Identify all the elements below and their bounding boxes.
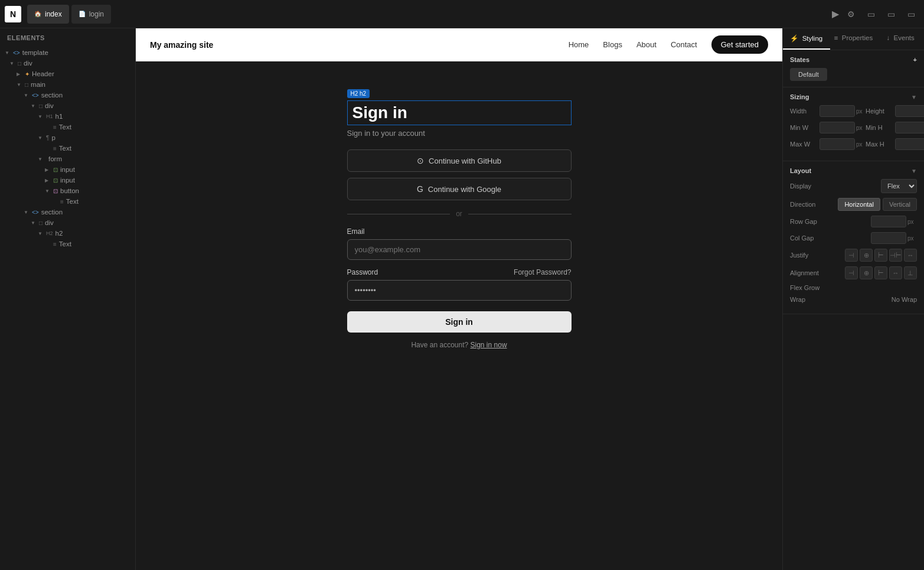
max-h-input[interactable]	[895, 138, 924, 150]
settings-button[interactable]: ⚙	[843, 6, 859, 22]
tree-label: div	[45, 219, 54, 226]
justify-stretch[interactable]: ↔	[904, 249, 917, 262]
page-icon: 📄	[79, 11, 86, 17]
nav-contact[interactable]: Contact	[671, 40, 697, 49]
heading-badge: H2 h2	[347, 89, 370, 98]
justify-between[interactable]: ⊣⊢	[889, 249, 902, 262]
tree-arrow: ▼	[17, 82, 22, 87]
tree-item-header[interactable]: ▶ ✦ Header	[0, 69, 135, 79]
width-label: Width	[790, 108, 819, 115]
states-header[interactable]: States +	[790, 56, 917, 63]
layout-header[interactable]: Layout ▼	[790, 167, 917, 174]
text-icon: ≡	[53, 241, 57, 247]
vertical-button[interactable]: Vertical	[883, 198, 917, 211]
tab-login[interactable]: 📄 login	[71, 5, 111, 24]
default-state-button[interactable]: Default	[790, 68, 827, 81]
h2-icon: H2	[46, 230, 53, 236]
nav-home[interactable]: Home	[569, 40, 589, 49]
center-canvas: My amazing site Home Blogs About Contact…	[136, 28, 782, 570]
layout3-button[interactable]: ▭	[903, 6, 919, 22]
justify-end[interactable]: ⊢	[874, 249, 887, 262]
height-input[interactable]	[895, 105, 924, 117]
tree-item-main[interactable]: ▼ □ main	[0, 79, 135, 90]
layout2-button[interactable]: ▭	[883, 6, 899, 22]
minw-row: Min W px Min H px	[790, 122, 917, 133]
email-input[interactable]	[347, 239, 572, 260]
tree-label: button	[60, 187, 79, 194]
login-footer: Have an account? Sign in now	[347, 341, 572, 349]
github-button[interactable]: ⊙ Continue with GitHub	[347, 149, 572, 172]
justify-center[interactable]: ⊕	[860, 249, 873, 262]
tree-label: form	[48, 155, 62, 162]
tree-item-div2[interactable]: ▼ □ div	[0, 100, 135, 111]
tree-item-div3[interactable]: ▼ □ div	[0, 217, 135, 228]
tree-item-input2[interactable]: ▶ ⊡ input	[0, 175, 135, 185]
tree-item-text2[interactable]: ▶ ≡ Text	[0, 143, 135, 154]
layout1-button[interactable]: ▭	[863, 6, 879, 22]
tab-properties[interactable]: ≡ Properties	[830, 28, 877, 50]
tree-arrow: ▶	[45, 178, 51, 183]
tree-item-section2[interactable]: ▼ <> section	[0, 207, 135, 217]
align-start[interactable]: ⊣	[845, 266, 858, 279]
login-title: Sign in	[347, 100, 572, 125]
divider-text: or	[456, 210, 462, 218]
tree-item-p[interactable]: ▼ ¶ p	[0, 132, 135, 143]
width-row: Width px Height px	[790, 105, 917, 117]
forgot-password-link[interactable]: Forgot Password?	[514, 268, 571, 276]
button-icon: ⊡	[53, 188, 58, 194]
tree-item-text4[interactable]: ▶ ≡ Text	[0, 239, 135, 249]
text-icon: ≡	[53, 124, 57, 131]
min-w-input[interactable]	[819, 122, 855, 133]
tree-item-h2[interactable]: ▼ H2 h2	[0, 228, 135, 239]
tree-item-h1[interactable]: ▼ H1 h1	[0, 111, 135, 122]
justify-start[interactable]: ⊣	[845, 249, 858, 262]
alignment-buttons: ⊣ ⊕ ⊢ ↔ ⊥	[845, 266, 917, 279]
min-h-input[interactable]	[895, 122, 924, 133]
tree-item-text1[interactable]: ▶ ≡ Text	[0, 122, 135, 132]
footer-link[interactable]: Sign in now	[471, 341, 507, 349]
row-gap-input[interactable]	[871, 216, 906, 227]
sign-in-button[interactable]: Sign in	[347, 311, 572, 333]
component-icon: ✦	[25, 71, 30, 77]
tree-item-template[interactable]: ▼ <> template	[0, 47, 135, 58]
tree-arrow: ▼	[24, 210, 30, 215]
topbar: N 🏠 index 📄 login ▶ ⚙ ▭ ▭ ▭	[0, 0, 924, 28]
divider: or	[347, 210, 572, 218]
tree-item-form[interactable]: ▼ form	[0, 154, 135, 164]
align-baseline[interactable]: ⊥	[904, 266, 917, 279]
tree-item-input1[interactable]: ▶ ⊡ input	[0, 164, 135, 175]
min-h-label: Min H	[866, 124, 895, 131]
tree-arrow: ▼	[9, 61, 15, 66]
tab-styling[interactable]: ⚡ Styling	[783, 28, 830, 50]
tree-label: h1	[55, 113, 63, 120]
sizing-header[interactable]: Sizing ▼	[790, 93, 917, 100]
tree-label: main	[31, 81, 45, 88]
col-gap-input[interactable]	[871, 232, 906, 244]
tree-item-button[interactable]: ▼ ⊡ button	[0, 185, 135, 196]
horizontal-button[interactable]: Horizontal	[838, 198, 880, 211]
tab-index[interactable]: 🏠 index	[27, 5, 69, 24]
align-stretch[interactable]: ↔	[889, 266, 902, 279]
tree-item-section1[interactable]: ▼ <> section	[0, 90, 135, 100]
google-button[interactable]: G Continue with Google	[347, 178, 572, 200]
direction-row: Direction Horizontal Vertical	[790, 198, 917, 211]
panel-tabs: ⚡ Styling ≡ Properties ↓ Events	[783, 28, 924, 50]
tree-label: h2	[55, 230, 63, 237]
flex-grow-label: Flex Grow	[790, 284, 819, 291]
max-w-input[interactable]	[819, 138, 855, 150]
tree-item-div1[interactable]: ▼ □ div	[0, 58, 135, 69]
min-w-label: Min W	[790, 124, 819, 131]
nav-cta-button[interactable]: Get started	[711, 35, 768, 54]
password-input[interactable]	[347, 280, 572, 301]
play-button[interactable]: ▶	[832, 8, 839, 19]
justify-buttons: ⊣ ⊕ ⊢ ⊣⊢ ↔	[845, 249, 917, 262]
nav-blogs[interactable]: Blogs	[603, 40, 622, 49]
display-dropdown[interactable]: Flex Block Grid	[881, 179, 917, 193]
tab-events[interactable]: ↓ Events	[877, 28, 924, 50]
width-input[interactable]	[819, 105, 855, 117]
tree-item-text3[interactable]: ▶ ≡ Text	[0, 196, 135, 207]
nav-about[interactable]: About	[636, 40, 657, 49]
align-center[interactable]: ⊕	[860, 266, 873, 279]
align-end[interactable]: ⊢	[874, 266, 887, 279]
tree-label: Text	[59, 240, 71, 247]
